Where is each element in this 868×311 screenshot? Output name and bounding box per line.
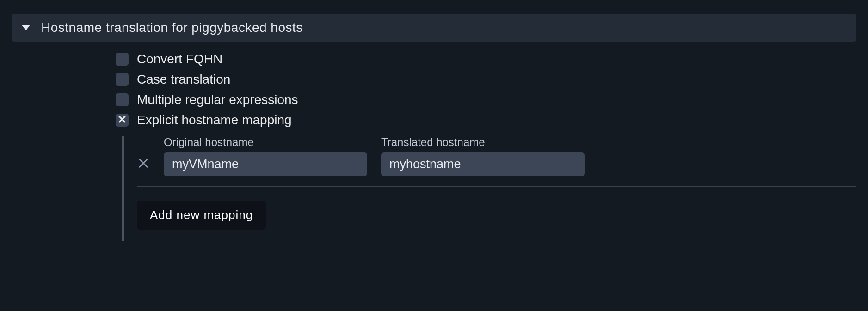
original-hostname-input[interactable] <box>164 152 367 176</box>
mapping-row: Original hostname Translated hostname <box>137 136 856 176</box>
section-title: Hostname translation for piggybacked hos… <box>41 20 303 35</box>
close-icon <box>137 157 150 170</box>
section-header[interactable]: Hostname translation for piggybacked hos… <box>12 14 856 42</box>
option-label: Multiple regular expressions <box>137 92 298 107</box>
checkbox-explicit-mapping[interactable] <box>116 114 129 127</box>
original-hostname-label: Original hostname <box>164 136 367 149</box>
option-explicit-mapping: Explicit hostname mapping <box>116 113 856 128</box>
translated-hostname-label: Translated hostname <box>381 136 585 149</box>
remove-mapping-button[interactable] <box>137 157 150 176</box>
add-mapping-button[interactable]: Add new mapping <box>137 201 266 230</box>
collapse-down-icon <box>22 25 30 30</box>
checkbox-case-translation[interactable] <box>116 73 129 86</box>
translated-hostname-group: Translated hostname <box>381 136 585 176</box>
checkbox-multiple-regex[interactable] <box>116 93 129 106</box>
option-multiple-regex: Multiple regular expressions <box>116 92 856 107</box>
option-case-translation: Case translation <box>116 72 856 87</box>
mapping-area: Original hostname Translated hostname Ad… <box>122 136 856 241</box>
option-label: Case translation <box>137 72 230 87</box>
original-hostname-group: Original hostname <box>164 136 367 176</box>
check-x-icon <box>117 115 127 126</box>
section-body: Convert FQHN Case translation Multiple r… <box>12 42 856 241</box>
option-label: Convert FQHN <box>137 52 222 67</box>
option-label: Explicit hostname mapping <box>137 113 292 128</box>
mapping-row-wrap: Original hostname Translated hostname <box>137 136 856 187</box>
checkbox-convert-fqhn[interactable] <box>116 53 129 66</box>
translated-hostname-input[interactable] <box>381 152 585 176</box>
option-convert-fqhn: Convert FQHN <box>116 52 856 67</box>
